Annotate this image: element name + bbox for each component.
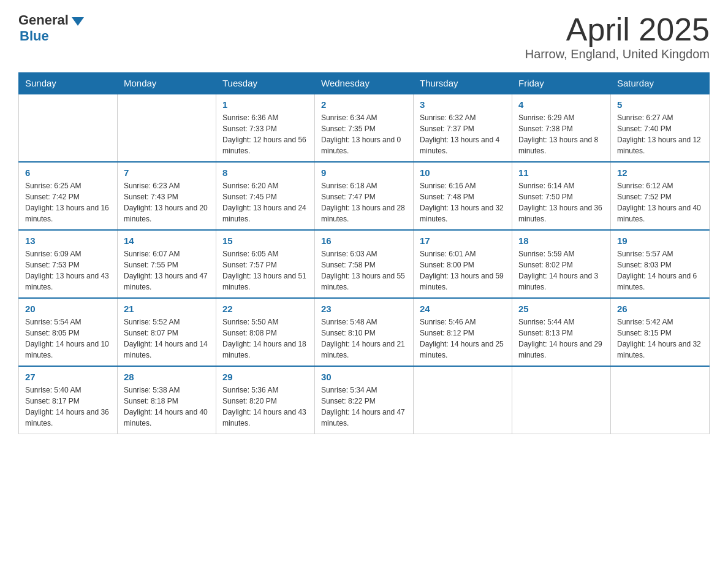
- calendar-cell: 25Sunrise: 5:44 AMSunset: 8:13 PMDayligh…: [512, 298, 611, 366]
- calendar-cell: 2Sunrise: 6:34 AMSunset: 7:35 PMDaylight…: [315, 94, 414, 162]
- day-info: Sunrise: 6:27 AMSunset: 7:40 PMDaylight:…: [617, 112, 703, 156]
- day-number: 9: [321, 167, 407, 178]
- title-block: April 2025 Harrow, England, United Kingd…: [525, 12, 710, 61]
- logo-top: General: [18, 12, 84, 28]
- calendar-cell: 16Sunrise: 6:03 AMSunset: 7:58 PMDayligh…: [315, 230, 414, 298]
- calendar-cell: 5Sunrise: 6:27 AMSunset: 7:40 PMDaylight…: [611, 94, 710, 162]
- day-number: 14: [124, 236, 210, 246]
- day-number: 18: [518, 236, 604, 246]
- day-number: 11: [518, 167, 604, 178]
- calendar-body: 1Sunrise: 6:36 AMSunset: 7:33 PMDaylight…: [19, 94, 710, 434]
- calendar-cell: 9Sunrise: 6:18 AMSunset: 7:47 PMDaylight…: [315, 162, 414, 230]
- calendar-cell: 20Sunrise: 5:54 AMSunset: 8:05 PMDayligh…: [19, 298, 118, 366]
- calendar-cell: 30Sunrise: 5:34 AMSunset: 8:22 PMDayligh…: [315, 366, 414, 434]
- day-number: 30: [321, 372, 407, 382]
- page-title: April 2025: [525, 12, 710, 47]
- calendar-cell: 11Sunrise: 6:14 AMSunset: 7:50 PMDayligh…: [512, 162, 611, 230]
- calendar-cell: 6Sunrise: 6:25 AMSunset: 7:42 PMDaylight…: [19, 162, 118, 230]
- day-info: Sunrise: 5:34 AMSunset: 8:22 PMDaylight:…: [321, 385, 407, 429]
- calendar-cell: [118, 94, 216, 162]
- calendar-cell: 24Sunrise: 5:46 AMSunset: 8:12 PMDayligh…: [414, 298, 512, 366]
- day-info: Sunrise: 5:52 AMSunset: 8:07 PMDaylight:…: [124, 316, 210, 361]
- weekday-header-wednesday: Wednesday: [315, 73, 414, 94]
- day-number: 15: [222, 236, 308, 246]
- day-info: Sunrise: 5:36 AMSunset: 8:20 PMDaylight:…: [222, 385, 308, 429]
- logo-text-general: General: [18, 12, 69, 28]
- day-info: Sunrise: 6:18 AMSunset: 7:47 PMDaylight:…: [321, 180, 407, 224]
- logo: General Blue: [18, 12, 84, 44]
- weekday-header-thursday: Thursday: [414, 73, 512, 94]
- day-number: 17: [420, 236, 506, 246]
- day-number: 8: [222, 167, 308, 178]
- calendar-cell: 27Sunrise: 5:40 AMSunset: 8:17 PMDayligh…: [19, 366, 118, 434]
- day-info: Sunrise: 6:32 AMSunset: 7:37 PMDaylight:…: [420, 112, 506, 156]
- weekday-header-row: SundayMondayTuesdayWednesdayThursdayFrid…: [19, 73, 710, 94]
- day-info: Sunrise: 5:38 AMSunset: 8:18 PMDaylight:…: [124, 385, 210, 429]
- day-info: Sunrise: 6:09 AMSunset: 7:53 PMDaylight:…: [25, 248, 111, 293]
- day-number: 3: [420, 99, 506, 110]
- day-number: 26: [617, 304, 703, 314]
- day-info: Sunrise: 5:50 AMSunset: 8:08 PMDaylight:…: [222, 316, 308, 361]
- weekday-header-sunday: Sunday: [19, 73, 118, 94]
- day-info: Sunrise: 5:46 AMSunset: 8:12 PMDaylight:…: [420, 316, 506, 361]
- day-info: Sunrise: 5:40 AMSunset: 8:17 PMDaylight:…: [25, 385, 111, 429]
- day-number: 7: [124, 167, 210, 178]
- calendar-cell: 1Sunrise: 6:36 AMSunset: 7:33 PMDaylight…: [216, 94, 315, 162]
- day-number: 25: [518, 304, 604, 314]
- logo-arrow-icon: [72, 17, 84, 26]
- page-subtitle: Harrow, England, United Kingdom: [525, 47, 710, 61]
- day-info: Sunrise: 6:25 AMSunset: 7:42 PMDaylight:…: [25, 180, 111, 224]
- calendar-cell: [19, 94, 118, 162]
- day-info: Sunrise: 6:12 AMSunset: 7:52 PMDaylight:…: [617, 180, 703, 224]
- weekday-header-monday: Monday: [118, 73, 216, 94]
- calendar-week-row: 6Sunrise: 6:25 AMSunset: 7:42 PMDaylight…: [19, 162, 710, 230]
- day-number: 29: [222, 372, 308, 382]
- weekday-header-saturday: Saturday: [611, 73, 710, 94]
- day-number: 23: [321, 304, 407, 314]
- calendar-cell: 18Sunrise: 5:59 AMSunset: 8:02 PMDayligh…: [512, 230, 611, 298]
- day-number: 12: [617, 167, 703, 178]
- day-info: Sunrise: 6:03 AMSunset: 7:58 PMDaylight:…: [321, 248, 407, 293]
- calendar-cell: 3Sunrise: 6:32 AMSunset: 7:37 PMDaylight…: [414, 94, 512, 162]
- day-info: Sunrise: 6:36 AMSunset: 7:33 PMDaylight:…: [222, 112, 308, 156]
- day-number: 20: [25, 304, 111, 314]
- day-number: 6: [25, 167, 111, 178]
- day-number: 5: [617, 99, 703, 110]
- day-info: Sunrise: 6:07 AMSunset: 7:55 PMDaylight:…: [124, 248, 210, 293]
- weekday-header-tuesday: Tuesday: [216, 73, 315, 94]
- calendar-week-row: 20Sunrise: 5:54 AMSunset: 8:05 PMDayligh…: [19, 298, 710, 366]
- day-number: 28: [124, 372, 210, 382]
- calendar-cell: 19Sunrise: 5:57 AMSunset: 8:03 PMDayligh…: [611, 230, 710, 298]
- calendar-cell: 10Sunrise: 6:16 AMSunset: 7:48 PMDayligh…: [414, 162, 512, 230]
- logo-text-blue: Blue: [20, 28, 49, 44]
- day-number: 1: [222, 99, 308, 110]
- day-info: Sunrise: 6:05 AMSunset: 7:57 PMDaylight:…: [222, 248, 308, 293]
- calendar-week-row: 13Sunrise: 6:09 AMSunset: 7:53 PMDayligh…: [19, 230, 710, 298]
- day-info: Sunrise: 6:29 AMSunset: 7:38 PMDaylight:…: [518, 112, 604, 156]
- calendar-cell: [512, 366, 611, 434]
- calendar-cell: [611, 366, 710, 434]
- day-number: 24: [420, 304, 506, 314]
- day-number: 10: [420, 167, 506, 178]
- calendar-cell: [414, 366, 512, 434]
- calendar-week-row: 1Sunrise: 6:36 AMSunset: 7:33 PMDaylight…: [19, 94, 710, 162]
- day-number: 16: [321, 236, 407, 246]
- calendar-week-row: 27Sunrise: 5:40 AMSunset: 8:17 PMDayligh…: [19, 366, 710, 434]
- calendar-cell: 14Sunrise: 6:07 AMSunset: 7:55 PMDayligh…: [118, 230, 216, 298]
- calendar-cell: 13Sunrise: 6:09 AMSunset: 7:53 PMDayligh…: [19, 230, 118, 298]
- day-info: Sunrise: 6:23 AMSunset: 7:43 PMDaylight:…: [124, 180, 210, 224]
- calendar-table: SundayMondayTuesdayWednesdayThursdayFrid…: [18, 72, 710, 434]
- day-number: 27: [25, 372, 111, 382]
- calendar-cell: 26Sunrise: 5:42 AMSunset: 8:15 PMDayligh…: [611, 298, 710, 366]
- calendar-cell: 15Sunrise: 6:05 AMSunset: 7:57 PMDayligh…: [216, 230, 315, 298]
- calendar-cell: 28Sunrise: 5:38 AMSunset: 8:18 PMDayligh…: [118, 366, 216, 434]
- page-header: General Blue April 2025 Harrow, England,…: [18, 12, 710, 61]
- day-info: Sunrise: 5:59 AMSunset: 8:02 PMDaylight:…: [518, 248, 604, 293]
- calendar-cell: 4Sunrise: 6:29 AMSunset: 7:38 PMDaylight…: [512, 94, 611, 162]
- calendar-cell: 21Sunrise: 5:52 AMSunset: 8:07 PMDayligh…: [118, 298, 216, 366]
- day-number: 4: [518, 99, 604, 110]
- day-info: Sunrise: 6:16 AMSunset: 7:48 PMDaylight:…: [420, 180, 506, 224]
- calendar-cell: 17Sunrise: 6:01 AMSunset: 8:00 PMDayligh…: [414, 230, 512, 298]
- day-info: Sunrise: 5:57 AMSunset: 8:03 PMDaylight:…: [617, 248, 703, 293]
- weekday-header-friday: Friday: [512, 73, 611, 94]
